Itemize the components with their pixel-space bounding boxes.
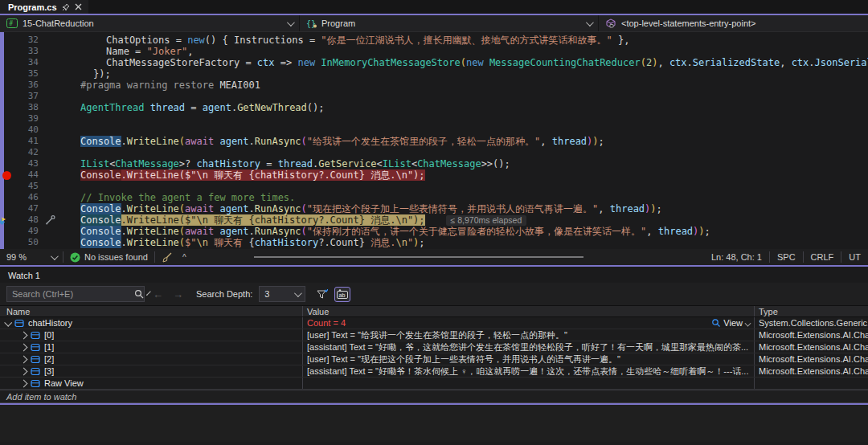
watch-row-1[interactable]: [1][assistant] Text = "好嘞，爷，这就给您讲个发生在茶馆里… [0,341,868,353]
code-line-45[interactable]: 45 [0,181,868,192]
watch-row-chatHistory[interactable]: chatHistoryCount = 4ViewSystem.Collectio… [0,317,868,329]
code-line-43[interactable]: 43IList<ChatMessage>? chatHistory = thre… [0,158,868,169]
breakpoint-margin[interactable] [0,35,14,46]
search-icon[interactable] [131,289,147,299]
code-line-44[interactable]: 44Console.WriteLine($"\n 聊天有 {chatHistor… [0,169,868,181]
watch-value-cell[interactable] [303,378,755,389]
project-dropdown[interactable]: # 15-ChatReduction [0,15,300,31]
expand-chevron-icon[interactable] [20,343,28,351]
code-line-35[interactable]: 35}); [0,68,868,80]
code-text[interactable]: #pragma warning restore MEAI001 [80,80,868,91]
breakpoint-margin[interactable] [0,113,14,125]
breakpoint-margin[interactable] [0,136,14,147]
watch-value-cell[interactable]: [user] Text = "现在把这个段子加上一些表情符号，并用说书人的语气再… [303,353,755,365]
code-text[interactable]: Console.WriteLine($"\n 聊天有 {chatHistory?… [80,237,868,248]
code-line-47[interactable]: 47Console.WriteLine(await agent.RunAsync… [0,203,868,214]
whitespace-mode[interactable]: SPC [770,249,803,265]
watch-name-cell[interactable]: [3] [0,365,303,377]
watch-name-cell[interactable]: [1] [0,341,303,353]
code-text[interactable]: Name = "Joker", [80,46,868,57]
breakpoint-icon[interactable] [2,171,11,180]
code-line-33[interactable]: 33Name = "Joker", [0,46,868,57]
perf-tip[interactable]: ≤ 8,970ms elapsed [446,215,527,226]
breakpoint-margin[interactable] [0,226,14,237]
breakpoint-margin[interactable] [0,147,14,158]
code-cleanup-button[interactable] [155,249,179,265]
watch-name-cell[interactable]: [0] [0,329,303,341]
code-line-48[interactable]: ➤48Console.WriteLine($"\n 聊天有 {chatHisto… [0,214,868,226]
expand-cleanup-button[interactable]: ^ [179,249,190,265]
code-text[interactable]: Console.WriteLine(await agent.RunAsync("… [80,203,868,214]
zoom-control[interactable]: 99 % [0,249,63,265]
expand-chevron-icon[interactable] [20,379,28,387]
line-ending-mode[interactable]: CRLF [804,249,841,265]
code-line-42[interactable]: 42 [0,147,868,158]
type-dropdown[interactable]: {} Program [300,15,599,31]
code-line-32[interactable]: 32ChatOptions = new() { Instructions = "… [0,35,868,46]
code-line-50[interactable]: 50Console.WriteLine($"\n 聊天有 {chatHistor… [0,237,868,248]
watch-search-box[interactable] [6,286,145,302]
close-icon[interactable] [75,3,82,10]
encoding-mode[interactable]: UT [841,249,868,265]
cursor-position[interactable]: Ln: 48, Ch: 1 [704,249,769,265]
watch-name-cell[interactable]: [2] [0,353,303,365]
code-text[interactable]: ChatMessageStoreFactory = ctx => new InM… [80,57,868,68]
watch-name-cell[interactable]: chatHistory [0,317,303,329]
code-line-46[interactable]: 46// Invoke the agent a few more times. [0,192,868,203]
code-line-38[interactable]: 38AgentThread thread = agent.GetNewThrea… [0,102,868,113]
watch-value-cell[interactable]: [assistant] Text = "好嘞，爷，这就给您讲个发生在茶馆里的轻松… [303,341,755,353]
pin-needle-icon[interactable] [45,215,55,225]
breakpoint-margin[interactable] [0,158,14,169]
breakpoint-margin[interactable] [0,125,14,136]
watch-value-cell[interactable]: [user] Text = "给我讲一个发生在茶馆里的段子，轻松一点的那种。" [303,329,755,341]
watch-row-2[interactable]: [2][user] Text = "现在把这个段子加上一些表情符号，并用说书人的… [0,353,868,365]
breakpoint-margin[interactable] [0,46,14,57]
breakpoint-margin[interactable] [0,203,14,214]
breakpoint-margin[interactable]: ➤ [0,214,14,226]
expand-chevron-icon[interactable] [20,367,28,375]
breakpoint-margin[interactable] [0,102,14,113]
watch-name-cell[interactable]: Raw View [0,378,303,389]
expand-chevron-icon[interactable] [20,355,28,363]
code-text[interactable]: Console.WriteLine($"\n 聊天有 {chatHistory?… [80,214,868,226]
breakpoint-margin[interactable] [0,80,14,91]
breakpoint-margin[interactable] [0,91,14,102]
breakpoint-margin[interactable] [0,169,14,181]
code-line-37[interactable]: 37 [0,91,868,102]
code-text[interactable]: ChatOptions = new() { Instructions = "你是… [80,35,868,46]
breakpoint-margin[interactable] [0,68,14,80]
code-editor[interactable]: 32ChatOptions = new() { Instructions = "… [0,32,868,249]
pin-icon[interactable] [62,3,70,11]
filter-icon[interactable] [317,289,328,300]
watch-row-3[interactable]: [3][assistant] Text = "好嘞爷！茶水伺候上 ♀，咱这就再唠… [0,365,868,378]
code-line-36[interactable]: 36#pragma warning restore MEAI001 [0,80,868,91]
code-text[interactable]: Console.WriteLine(await agent.RunAsync("… [80,136,868,147]
code-text[interactable]: AgentThread thread = agent.GetNewThread(… [80,102,868,113]
search-input[interactable] [7,289,131,299]
breakpoint-margin[interactable] [0,181,14,192]
watch-row-RawView[interactable]: Raw View [0,378,868,390]
collapse-chevron-icon[interactable] [4,318,12,326]
breakpoint-margin[interactable] [0,237,14,248]
code-text[interactable]: IList<ChatMessage>? chatHistory = thread… [80,158,868,169]
breakpoint-margin[interactable] [0,192,14,203]
code-text[interactable]: }); [80,68,868,80]
code-line-39[interactable]: 39 [0,113,868,125]
scrollbar-thumb[interactable] [254,256,583,258]
code-text[interactable]: // Invoke the agent a few more times. [80,192,868,203]
watch-value-cell[interactable]: [assistant] Text = "好嘞爷！茶水伺候上 ♀，咱这就再唠一遍！… [303,365,755,377]
code-line-49[interactable]: 49Console.WriteLine(await agent.RunAsync… [0,226,868,237]
column-header-name[interactable]: Name [0,306,303,316]
member-dropdown[interactable]: <top-level-statements-entry-point> [599,15,868,31]
code-text[interactable]: Console.WriteLine(await agent.RunAsync("… [80,226,868,237]
code-text[interactable]: Console.WriteLine($"\n 聊天有 {chatHistory?… [80,169,868,181]
watch-value-cell[interactable]: Count = 4View [303,317,755,329]
code-line-34[interactable]: 34ChatMessageStoreFactory = ctx => new I… [0,57,868,68]
view-visualizer-button[interactable]: View [708,317,751,329]
watch-tab[interactable]: Watch 1 [0,267,868,283]
search-depth-select[interactable]: 3 [259,286,305,302]
expand-chevron-icon[interactable] [20,331,28,339]
watch-row-0[interactable]: [0][user] Text = "给我讲一个发生在茶馆里的段子，轻松一点的那种… [0,329,868,341]
breakpoint-margin[interactable] [0,57,14,68]
code-line-40[interactable]: 40 [0,125,868,136]
